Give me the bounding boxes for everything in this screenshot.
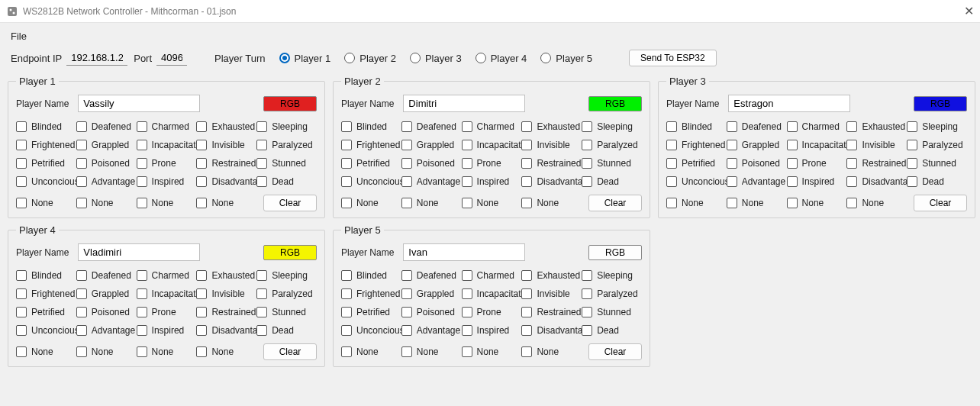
rgb-button[interactable]: RGB <box>588 245 642 260</box>
condition-checkbox[interactable]: Exhausted <box>521 121 582 132</box>
condition-checkbox[interactable]: Poisoned <box>401 307 462 317</box>
condition-checkbox[interactable]: Blinded <box>16 121 76 132</box>
window-close-button[interactable]: ✕ <box>943 4 974 18</box>
condition-checkbox[interactable]: Invisible <box>196 140 256 150</box>
condition-checkbox[interactable]: Frightened <box>16 288 76 299</box>
condition-checkbox[interactable]: Exhausted <box>846 121 907 132</box>
condition-checkbox[interactable]: Petrified <box>666 158 727 169</box>
condition-checkbox[interactable]: None <box>846 195 907 211</box>
condition-checkbox[interactable]: None <box>401 195 462 211</box>
condition-checkbox[interactable]: Blinded <box>341 270 401 281</box>
condition-checkbox[interactable]: None <box>196 343 256 360</box>
condition-checkbox[interactable]: Incapacitated <box>462 288 522 299</box>
player-turn-radio-5[interactable]: Player 5 <box>540 53 592 64</box>
condition-checkbox[interactable]: Restrained <box>196 307 256 317</box>
condition-checkbox[interactable]: Dead <box>582 325 642 336</box>
player-name-input[interactable] <box>78 243 200 261</box>
condition-checkbox[interactable]: Inspired <box>137 176 197 187</box>
condition-checkbox[interactable]: Invisible <box>196 288 256 299</box>
clear-button[interactable]: Clear <box>588 343 642 360</box>
condition-checkbox[interactable]: Frightened <box>666 140 727 150</box>
player-name-input[interactable] <box>78 95 200 112</box>
condition-checkbox[interactable]: Blinded <box>16 270 76 281</box>
condition-checkbox[interactable]: Disadvantage <box>846 176 907 187</box>
condition-checkbox[interactable]: Incapacitated <box>462 140 522 150</box>
player-turn-radio-4[interactable]: Player 4 <box>475 53 527 64</box>
condition-checkbox[interactable]: Advantage <box>76 325 137 336</box>
condition-checkbox[interactable]: Incapacitated <box>137 288 197 299</box>
player-name-input[interactable] <box>403 95 525 112</box>
condition-checkbox[interactable]: Frightened <box>341 288 401 299</box>
condition-checkbox[interactable]: None <box>521 195 582 211</box>
condition-checkbox[interactable]: Disadvantage <box>521 325 582 336</box>
condition-checkbox[interactable]: Invisible <box>521 288 582 299</box>
player-turn-radio-3[interactable]: Player 3 <box>410 53 462 64</box>
port-input[interactable] <box>156 50 187 66</box>
condition-checkbox[interactable]: Prone <box>137 307 197 317</box>
condition-checkbox[interactable]: Grappled <box>401 140 462 150</box>
condition-checkbox[interactable]: Paralyzed <box>907 140 967 150</box>
condition-checkbox[interactable]: None <box>16 195 76 211</box>
condition-checkbox[interactable]: Petrified <box>341 307 401 317</box>
condition-checkbox[interactable]: Stunned <box>907 158 967 169</box>
condition-checkbox[interactable]: Incapacitated <box>137 140 197 150</box>
condition-checkbox[interactable]: Disadvantage <box>521 176 582 187</box>
player-name-input[interactable] <box>728 95 850 112</box>
condition-checkbox[interactable]: Paralyzed <box>256 140 317 150</box>
condition-checkbox[interactable]: Blinded <box>666 121 727 132</box>
condition-checkbox[interactable]: Unconcious <box>341 325 401 336</box>
condition-checkbox[interactable]: Deafened <box>401 121 462 132</box>
condition-checkbox[interactable]: Frightened <box>341 140 401 150</box>
condition-checkbox[interactable]: Charmed <box>462 270 522 281</box>
condition-checkbox[interactable]: Inspired <box>787 176 847 187</box>
player-name-input[interactable] <box>403 243 525 261</box>
condition-checkbox[interactable]: Incapacitated <box>787 140 847 150</box>
condition-checkbox[interactable]: Restrained <box>521 307 582 317</box>
condition-checkbox[interactable]: None <box>137 195 197 211</box>
condition-checkbox[interactable]: Stunned <box>582 307 642 317</box>
condition-checkbox[interactable]: Sleeping <box>582 270 642 281</box>
condition-checkbox[interactable]: Deafened <box>727 121 787 132</box>
condition-checkbox[interactable]: None <box>76 195 137 211</box>
condition-checkbox[interactable]: Poisoned <box>76 307 137 317</box>
condition-checkbox[interactable]: None <box>401 343 462 360</box>
condition-checkbox[interactable]: Prone <box>462 307 522 317</box>
condition-checkbox[interactable]: Disadvantage <box>196 325 256 336</box>
condition-checkbox[interactable]: Inspired <box>137 325 197 336</box>
clear-button[interactable]: Clear <box>263 195 317 211</box>
clear-button[interactable]: Clear <box>914 195 967 211</box>
condition-checkbox[interactable]: Stunned <box>256 307 317 317</box>
send-button[interactable]: Send To ESP32 <box>629 50 717 66</box>
condition-checkbox[interactable]: Grappled <box>401 288 462 299</box>
condition-checkbox[interactable]: Sleeping <box>582 121 642 132</box>
condition-checkbox[interactable]: None <box>521 343 582 360</box>
condition-checkbox[interactable]: Sleeping <box>256 270 317 281</box>
menu-file[interactable]: File <box>11 31 27 42</box>
condition-checkbox[interactable]: Petrified <box>16 307 76 317</box>
condition-checkbox[interactable]: Sleeping <box>256 121 317 132</box>
condition-checkbox[interactable]: Deafened <box>76 121 137 132</box>
condition-checkbox[interactable]: Advantage <box>401 176 462 187</box>
condition-checkbox[interactable]: Exhausted <box>196 270 256 281</box>
condition-checkbox[interactable]: None <box>341 343 401 360</box>
condition-checkbox[interactable]: None <box>462 343 522 360</box>
condition-checkbox[interactable]: None <box>787 195 847 211</box>
condition-checkbox[interactable]: Inspired <box>462 325 522 336</box>
rgb-button[interactable]: RGB <box>914 96 967 111</box>
condition-checkbox[interactable]: Unconcious <box>666 176 727 187</box>
condition-checkbox[interactable]: Restrained <box>196 158 256 169</box>
rgb-button[interactable]: RGB <box>588 96 642 111</box>
condition-checkbox[interactable]: Prone <box>137 158 197 169</box>
condition-checkbox[interactable]: None <box>196 195 256 211</box>
condition-checkbox[interactable]: Deafened <box>76 270 137 281</box>
condition-checkbox[interactable]: Frightened <box>16 140 76 150</box>
condition-checkbox[interactable]: Grappled <box>76 140 137 150</box>
endpoint-ip-input[interactable] <box>66 50 127 66</box>
condition-checkbox[interactable]: Advantage <box>727 176 787 187</box>
condition-checkbox[interactable]: Charmed <box>137 270 197 281</box>
condition-checkbox[interactable]: Prone <box>462 158 522 169</box>
condition-checkbox[interactable]: Dead <box>907 176 967 187</box>
rgb-button[interactable]: RGB <box>263 96 317 111</box>
condition-checkbox[interactable]: Poisoned <box>76 158 137 169</box>
rgb-button[interactable]: RGB <box>263 245 317 260</box>
